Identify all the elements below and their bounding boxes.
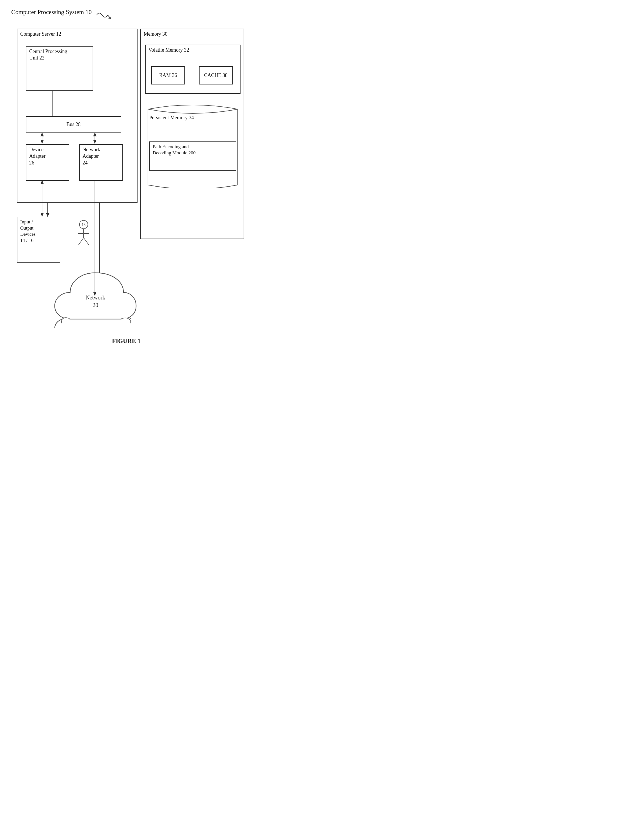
cloud-svg: Network 20	[48, 264, 143, 329]
device-adapter-label: Device Adapter 26	[26, 145, 69, 168]
path-encoding-box: Path Encoding and Decoding Module 200	[149, 141, 236, 171]
memory-outer-label: Memory 30	[141, 29, 244, 39]
ref-arrow	[95, 9, 112, 21]
persistent-memory-label: Persistent Memory 34	[149, 115, 194, 121]
device-adapter-box: Device Adapter 26	[26, 144, 69, 181]
svg-text:Network: Network	[85, 294, 105, 301]
io-box: Input / Output Devices 14 / 16	[17, 217, 60, 263]
computer-server-box: Computer Server 12 Central Processing Un…	[17, 28, 137, 203]
figure-caption: FIGURE 1	[11, 337, 241, 345]
volatile-memory-label: Volatile Memory 32	[146, 45, 240, 55]
persistent-memory-area: Persistent Memory 34 Path Encoding and D…	[144, 101, 242, 233]
volatile-memory-box: Volatile Memory 32 RAM 36 CACHE 38	[145, 45, 241, 94]
memory-outer-box: Memory 30 Volatile Memory 32 RAM 36 CACH…	[140, 28, 244, 239]
svg-text:20: 20	[93, 302, 98, 308]
bus-box: Bus 28	[26, 116, 121, 133]
svg-line-24	[84, 238, 89, 245]
cache-box: CACHE 38	[199, 66, 233, 84]
page-title: Computer Processing System 10	[11, 8, 241, 21]
cache-label: CACHE 38	[204, 73, 228, 78]
bus-label: Bus 28	[64, 120, 84, 129]
ram-label: RAM 36	[159, 73, 177, 78]
user-figure-svg: 18	[73, 219, 95, 248]
svg-text:18: 18	[82, 223, 85, 227]
svg-line-23	[79, 238, 84, 245]
ram-box: RAM 36	[151, 66, 185, 84]
cpu-box: Central Processing Unit 22	[26, 46, 93, 91]
cpu-label: Central Processing Unit 22	[26, 47, 93, 63]
svg-marker-35	[40, 213, 44, 217]
diagram-area: Computer Server 12 Central Processing Un…	[11, 23, 247, 332]
person-icon: 18	[73, 219, 95, 249]
io-label: Input / Output Devices 14 / 16	[17, 217, 60, 245]
network-cloud: Network 20	[48, 264, 143, 329]
path-encoding-label: Path Encoding and Decoding Module 200	[150, 142, 236, 158]
network-adapter-label: Network Adapter 24	[80, 145, 122, 168]
computer-server-label: Computer Server 12	[17, 29, 137, 39]
svg-marker-9	[46, 213, 49, 217]
network-adapter-box: Network Adapter 24	[79, 144, 123, 181]
